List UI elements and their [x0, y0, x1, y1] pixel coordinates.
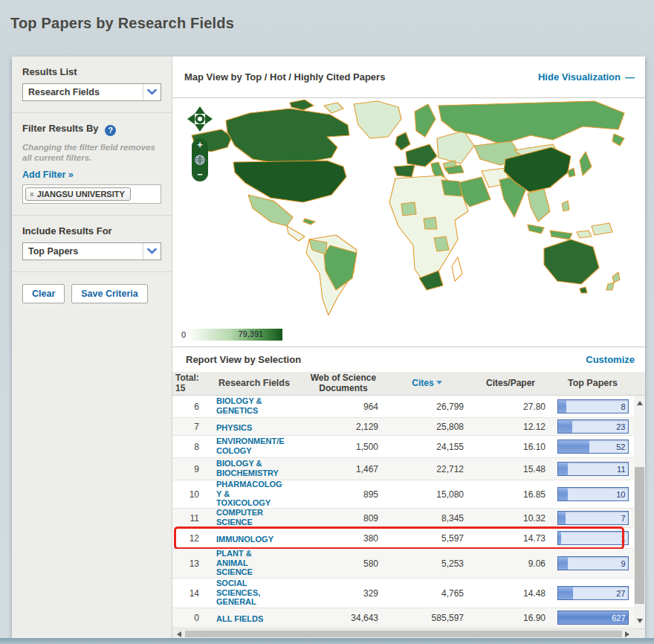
- top-papers-bar: 52: [557, 439, 629, 454]
- vertical-scrollbar-thumb[interactable]: [635, 467, 644, 604]
- horizontal-scrollbar-thumb[interactable]: [185, 631, 622, 637]
- table-row[interactable]: 13 PLANT & ANIMAL SCIENCE 580 5,253 9.06…: [172, 549, 634, 579]
- table-row[interactable]: 6 BIOLOGY & GENETICS 964 26,799 27.80 8: [172, 396, 634, 418]
- scroll-down-arrow[interactable]: [634, 615, 645, 627]
- table-row[interactable]: 11 COMPUTER SCIENCE 809 8,345 10.32 7: [172, 509, 634, 528]
- hide-visualization-link[interactable]: Hide Visualization —: [538, 71, 635, 83]
- top-papers-value: 27: [616, 589, 625, 598]
- cites-per-paper-cell: 15.48: [470, 464, 551, 474]
- chevron-down-icon: [143, 243, 161, 260]
- table-row[interactable]: 12 IMMUNOLOGY 380 5,597 14.73 1: [172, 528, 634, 549]
- globe-icon[interactable]: [195, 155, 205, 165]
- include-results-select[interactable]: Top Papers: [22, 242, 161, 260]
- top-papers-value: 11: [617, 465, 625, 474]
- report-header: Report View by Selection Customize: [172, 347, 645, 372]
- results-list-selected-value: Research Fields: [23, 87, 143, 97]
- map-pan-control[interactable]: [187, 106, 213, 132]
- table-row[interactable]: 0 ALL FIELDS 34,643 585,597 16.90 627: [172, 608, 634, 628]
- world-map[interactable]: [178, 100, 639, 323]
- wos-documents-cell: 580: [302, 558, 384, 569]
- research-field-link[interactable]: COMPUTER SCIENCE: [216, 508, 263, 527]
- table-row[interactable]: 14 SOCIAL SCIENCES, GENERAL 329 4,765 14…: [172, 579, 634, 608]
- horizontal-scrollbar[interactable]: [172, 628, 645, 638]
- cites-per-paper-cell: 16.90: [470, 613, 551, 623]
- wos-documents-cell: 34,643: [302, 613, 384, 623]
- customize-link[interactable]: Customize: [586, 354, 635, 365]
- research-field-link[interactable]: BIOLOGY & BIOCHEMISTRY: [216, 459, 279, 478]
- top-papers-bar: 1: [557, 531, 629, 545]
- map-canada[interactable]: [226, 109, 349, 165]
- page-title: Top Papers by Research Fields: [10, 15, 234, 32]
- top-papers-bar-fill: [558, 532, 562, 544]
- results-list-select[interactable]: Research Fields: [22, 83, 161, 101]
- include-results-section: Include Results For Top Papers: [12, 216, 172, 272]
- map-greenland[interactable]: [354, 101, 401, 138]
- zoom-out-button[interactable]: −: [197, 170, 203, 179]
- research-field-link[interactable]: BIOLOGY & GENETICS: [216, 396, 262, 416]
- rank-cell: 9: [172, 464, 206, 474]
- map-uk[interactable]: [395, 132, 410, 150]
- research-field-link[interactable]: PLANT & ANIMAL SCIENCE: [216, 549, 253, 578]
- wos-documents-cell: 380: [302, 533, 384, 544]
- research-field-link[interactable]: PHARMACOLOG Y & TOXICOLOGY: [216, 480, 282, 509]
- cites-cell: 4,765: [384, 588, 470, 599]
- add-filter-link[interactable]: Add Filter »: [22, 170, 74, 180]
- help-icon[interactable]: ?: [105, 125, 116, 136]
- table-row[interactable]: 8 ENVIRONMENT/E COLOGY 1,500 24,155 16.1…: [172, 436, 634, 458]
- zoom-in-button[interactable]: +: [197, 141, 203, 149]
- table-row[interactable]: 9 BIOLOGY & BIOCHEMISTRY 1,467 22,712 15…: [172, 458, 634, 480]
- cites-cell: 8,345: [384, 513, 470, 524]
- column-header-wos-documents[interactable]: Web of Science Documents: [302, 373, 384, 394]
- top-papers-value: 1: [621, 534, 625, 543]
- cites-cell: 5,597: [384, 533, 470, 544]
- cites-per-paper-cell: 27.80: [470, 402, 551, 412]
- research-field-link[interactable]: PHYSICS: [216, 423, 252, 433]
- remove-filter-icon[interactable]: ×: [30, 190, 34, 199]
- main-panel: Map View by Top / Hot / Highly Cited Pap…: [172, 57, 645, 638]
- research-field-link[interactable]: ALL FIELDS: [216, 614, 263, 624]
- wos-documents-cell: 329: [302, 588, 384, 599]
- table-row[interactable]: 7 PHYSICS 2,129 25,808 12.12 23: [172, 418, 634, 436]
- column-header-cites[interactable]: Cites: [384, 379, 470, 389]
- legend-gradient-bar: 79,391: [187, 329, 282, 341]
- table-body: 6 BIOLOGY & GENETICS 964 26,799 27.80 8 …: [172, 396, 645, 628]
- wos-documents-cell: 895: [302, 489, 384, 500]
- clear-button[interactable]: Clear: [22, 284, 65, 303]
- research-field-link[interactable]: SOCIAL SCIENCES, GENERAL: [216, 579, 260, 608]
- filter-section: Filter Results By ? Changing the filter …: [12, 113, 172, 216]
- top-papers-bar-fill: [558, 420, 573, 433]
- filter-tags-box: × JIANGSU UNIVERSITY: [22, 184, 161, 204]
- rank-cell: 8: [172, 442, 206, 452]
- map-australia[interactable]: [544, 239, 599, 284]
- rank-cell: 13: [172, 558, 206, 569]
- map-japan[interactable]: [580, 152, 592, 176]
- map-view-title: Map View by Top / Hot / Highly Cited Pap…: [184, 71, 385, 83]
- column-header-research-fields[interactable]: Research Fields: [206, 378, 302, 388]
- top-papers-bar: 8: [557, 399, 629, 413]
- map-spain[interactable]: [394, 165, 415, 177]
- rank-cell: 6: [172, 402, 206, 412]
- cites-per-paper-cell: 16.85: [470, 489, 551, 500]
- top-papers-value: 627: [612, 614, 625, 622]
- table-row[interactable]: 10 PHARMACOLOG Y & TOXICOLOGY 895 15,080…: [172, 480, 634, 509]
- cites-cell: 22,712: [384, 464, 470, 474]
- research-field-link[interactable]: IMMUNOLOGY: [216, 535, 273, 544]
- research-field-link[interactable]: ENVIRONMENT/E COLOGY: [216, 437, 285, 456]
- column-header-cites-per-paper[interactable]: Cites/Paper: [470, 379, 551, 389]
- top-papers-bar: 10: [557, 487, 629, 501]
- top-papers-bar: 27: [557, 586, 629, 600]
- rank-cell: 10: [172, 489, 206, 500]
- chevron-down-icon: [143, 84, 161, 100]
- scroll-up-arrow[interactable]: [634, 397, 645, 409]
- save-criteria-button[interactable]: Save Criteria: [71, 284, 147, 303]
- actions-section: Clear Save Criteria: [12, 272, 172, 315]
- top-papers-value: 8: [621, 402, 625, 411]
- include-results-label: Include Results For: [22, 225, 161, 236]
- top-papers-value: 23: [616, 422, 625, 431]
- column-header-top-papers[interactable]: Top Papers: [551, 378, 634, 388]
- vertical-scrollbar[interactable]: [634, 396, 645, 628]
- top-papers-bar: 9: [557, 556, 629, 570]
- filter-tag-jiangsu-university[interactable]: × JIANGSU UNIVERSITY: [25, 187, 131, 201]
- top-papers-bar-fill: [558, 512, 566, 524]
- top-papers-value: 10: [616, 490, 625, 499]
